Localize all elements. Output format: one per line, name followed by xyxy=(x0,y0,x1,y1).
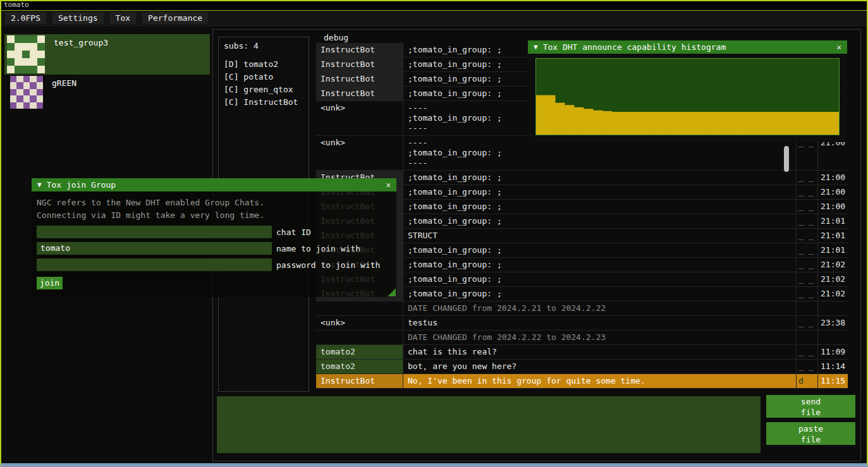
send-file-button[interactable]: send file xyxy=(766,395,855,418)
peer-count-label: subs: 4 xyxy=(224,41,303,51)
chat-status-flags: _ _ xyxy=(796,200,817,214)
chat-message: ;tomato_in_group: ; xyxy=(403,272,796,286)
app-window: tomato 2.0FPS Settings Tox Performance t… xyxy=(0,0,868,467)
join-password-input[interactable] xyxy=(37,258,272,271)
chat-message: ;tomato_in_group: ; xyxy=(403,243,796,257)
chat-message: STRUCT xyxy=(403,229,796,243)
chat-row: DATE CHANGED from 2024.2.21 to 2024.2.22 xyxy=(316,301,848,316)
chat-sender[interactable]: InstructBot xyxy=(316,72,403,86)
dht-histogram-plot xyxy=(535,58,840,135)
chat-message: bot, are you new here? xyxy=(403,360,796,373)
sidebar-item-green[interactable]: gREEN xyxy=(4,75,210,111)
chat-row: InstructBot No, I've been in this group … xyxy=(316,374,848,389)
chat-timestamp: 21:01 xyxy=(817,229,848,243)
join-password-label: password to join with xyxy=(276,260,380,270)
collapse-icon[interactable]: ▼ xyxy=(37,181,42,189)
chat-status-flags: _ _ xyxy=(796,243,817,257)
chat-sender[interactable]: InstructBot xyxy=(316,43,403,57)
chat-status-flags: _ _ xyxy=(796,272,817,286)
chat-timestamp xyxy=(817,331,848,344)
chat-timestamp: 21:00 xyxy=(817,171,848,185)
chat-sender[interactable] xyxy=(316,301,403,315)
chat-row: tomato2 chat is this real? _ _ 11:09 xyxy=(316,345,848,360)
chat-timestamp: 11:15 xyxy=(817,374,848,388)
paste-file-button[interactable]: paste file xyxy=(766,422,855,445)
message-input[interactable] xyxy=(217,396,761,453)
chat-status-flags xyxy=(796,301,817,315)
peer-list-item[interactable]: [C] InstructBot xyxy=(224,96,303,109)
chat-timestamp: 11:14 xyxy=(817,360,848,373)
chat-sender[interactable]: InstructBot xyxy=(316,58,403,71)
join-button[interactable]: join xyxy=(37,277,63,289)
close-icon[interactable]: ✕ xyxy=(386,180,391,190)
chat-sender[interactable]: InstructBot xyxy=(316,87,403,100)
chat-row: tomato2 bot, are you new here? _ _ 11:14 xyxy=(316,360,848,374)
join-group-title: Tox join Group xyxy=(47,180,116,190)
chat-id-label: chat ID xyxy=(276,227,311,237)
chat-message: ;tomato_in_group: ; xyxy=(403,185,796,199)
chat-timestamp: 11:09 xyxy=(817,345,848,359)
chat-timestamp: 21:02 xyxy=(817,258,848,272)
chat-id-input[interactable] xyxy=(37,226,272,238)
chat-status-flags: _ _ xyxy=(796,287,817,301)
chat-message: ;tomato_in_group: ; xyxy=(403,171,796,185)
chat-sender[interactable]: <unk> xyxy=(316,316,403,330)
chat-message: chat is this real? xyxy=(403,345,796,359)
chat-message: DATE CHANGED from 2024.2.21 to 2024.2.22 xyxy=(403,301,796,315)
menu-performance[interactable]: Performance xyxy=(142,12,208,24)
chat-message: testus xyxy=(403,316,796,330)
chat-status-flags: _ _ xyxy=(796,258,817,272)
chat-message: No, I've been in this group for quite so… xyxy=(403,374,796,388)
group-avatar xyxy=(7,35,45,73)
collapse-icon[interactable]: ▼ xyxy=(534,43,538,51)
chat-message: DATE CHANGED from 2024.2.22 to 2024.2.23 xyxy=(403,331,796,344)
chat-timestamp: 21:01 xyxy=(817,214,848,228)
peer-list-item[interactable]: [C] green_qtox xyxy=(224,83,303,96)
dht-histogram-titlebar[interactable]: ▼ Tox DHT announce capability histogram … xyxy=(528,40,847,54)
join-desc-line1: NGC refers to the New DHT enabled Group … xyxy=(37,197,391,209)
chat-message: ;tomato_in_group: ; xyxy=(403,200,796,214)
join-group-body: NGC refers to the New DHT enabled Group … xyxy=(32,191,396,297)
chat-status-flags: _ _ xyxy=(796,345,817,359)
group-label: gREEN xyxy=(52,78,76,111)
peer-list-item[interactable]: [C] potato xyxy=(224,71,303,83)
peer-list-item[interactable]: [D] tomato2 xyxy=(224,58,303,71)
menu-settings[interactable]: Settings xyxy=(52,12,104,24)
chat-message: ;tomato_in_group: ; xyxy=(403,214,796,228)
chat-status-flags: _ _ xyxy=(796,229,817,243)
chat-timestamp: 21:02 xyxy=(817,272,848,286)
chat-status-flags xyxy=(796,331,817,344)
chat-row: <unk> testus _ _ 23:38 xyxy=(316,316,848,331)
chat-sender[interactable] xyxy=(316,331,403,344)
menu-tox[interactable]: Tox xyxy=(110,12,136,24)
chat-timestamp: 21:01 xyxy=(817,243,848,257)
dht-histogram-title: Tox DHT announce capability histogram xyxy=(543,42,726,52)
window-title: tomato xyxy=(4,1,29,9)
chat-message: ;tomato_in_group: ; xyxy=(403,258,796,272)
join-group-titlebar[interactable]: ▼ Tox join Group ✕ xyxy=(32,178,396,191)
chat-sender[interactable]: tomato2 xyxy=(316,360,403,373)
join-group-window: ▼ Tox join Group ✕ NGC refers to the New… xyxy=(32,178,396,297)
chat-sender[interactable]: <unk> xyxy=(316,136,403,170)
sidebar-item-test-group3[interactable]: test_group3 xyxy=(4,34,210,75)
chat-status-flags: _ _ xyxy=(796,214,817,228)
chat-status-flags: _ _ xyxy=(796,360,817,373)
chat-sender[interactable]: InstructBot xyxy=(316,374,403,388)
chat-timestamp xyxy=(817,301,848,315)
join-name-label: name to join with xyxy=(276,244,360,253)
join-name-input[interactable]: tomato xyxy=(37,242,272,255)
group-label: test_group3 xyxy=(54,38,108,75)
fps-counter: 2.0FPS xyxy=(5,12,46,24)
chat-message: ;tomato_in_group: ; xyxy=(403,287,796,301)
tab-debug[interactable]: debug xyxy=(320,32,352,44)
dht-histogram-window: ▼ Tox DHT announce capability histogram … xyxy=(528,40,847,142)
window-titlebar[interactable]: tomato xyxy=(0,0,868,11)
chat-sender[interactable]: <unk> xyxy=(316,101,403,135)
resize-handle[interactable] xyxy=(388,288,396,296)
close-icon[interactable]: ✕ xyxy=(836,42,841,52)
chat-sender[interactable]: tomato2 xyxy=(316,345,403,359)
chat-status-flags: _ _ xyxy=(796,316,817,330)
peer-list: [D] tomato2 [C] potato [C] green_qtox [C… xyxy=(224,58,303,109)
chat-scrollbar-thumb[interactable] xyxy=(784,146,789,172)
chat-status-flags: d xyxy=(796,374,817,388)
